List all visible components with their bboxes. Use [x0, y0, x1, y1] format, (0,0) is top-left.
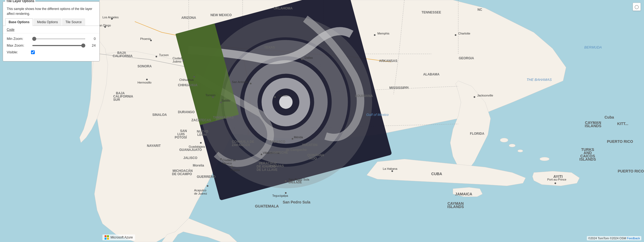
svg-text:YUCATÁN: YUCATÁN [302, 143, 318, 147]
min-zoom-label: Min Zoom: [7, 37, 31, 41]
ms-logo-yellow [107, 238, 109, 240]
svg-text:Chihuahua: Chihuahua [179, 78, 194, 81]
ms-logo-red [105, 235, 106, 237]
svg-text:OKLAHOMA: OKLAHOMA [274, 6, 293, 10]
svg-text:ROO: ROO [309, 157, 317, 160]
svg-text:ISLANDS: ISLANDS [447, 205, 464, 209]
svg-point-20 [455, 34, 456, 36]
attribution-text: ©2024 TomTom ©2024 OSM [588, 237, 626, 240]
svg-text:Gulf of Mexico: Gulf of Mexico [366, 113, 388, 117]
svg-text:SONORA: SONORA [137, 64, 152, 68]
svg-point-67 [285, 180, 287, 182]
svg-text:Juárez: Juárez [173, 60, 182, 63]
svg-text:Memphis: Memphis [377, 32, 390, 35]
min-zoom-slider[interactable] [32, 38, 85, 39]
tab-base-options[interactable]: Base Options [5, 18, 33, 26]
svg-point-51 [200, 142, 202, 144]
svg-text:FLORIDA: FLORIDA [470, 132, 484, 136]
panel-description: This sample shows how the different opti… [3, 2, 99, 18]
svg-text:Saltillo: Saltillo [222, 99, 230, 102]
svg-text:NAYARIT: NAYARIT [147, 144, 161, 148]
svg-text:San Pedro Sula: San Pedro Sula [283, 200, 311, 204]
svg-point-44 [182, 60, 184, 61]
svg-point-71 [391, 170, 393, 172]
svg-point-11 [518, 150, 523, 152]
svg-text:TAMAULIPAS: TAMAULIPAS [213, 116, 234, 119]
tile-layer-options-panel: Tile Layer Options This sample shows how… [3, 1, 100, 61]
svg-text:TENNESSEE: TENNESSEE [422, 11, 441, 14]
svg-text:CALIFORNIA: CALIFORNIA [113, 54, 133, 58]
svg-text:GUATEMALA: GUATEMALA [255, 204, 279, 208]
feedback-link[interactable]: Feedback [627, 237, 640, 240]
min-zoom-value: 0 [88, 37, 96, 41]
max-zoom-row: Max Zoom: 24 [7, 43, 96, 47]
svg-text:TEXAS: TEXAS [264, 46, 275, 49]
svg-text:CHIAPAS: CHIAPAS [270, 164, 284, 168]
svg-text:México: México [222, 162, 232, 165]
svg-text:SUR: SUR [113, 98, 120, 102]
svg-text:ISLANDS: ISLANDS [585, 124, 601, 128]
svg-text:Torreón: Torreón [205, 94, 215, 97]
svg-point-56 [231, 166, 233, 167]
code-tab-row: Code [3, 26, 99, 33]
svg-text:Puebla: Puebla [230, 168, 240, 172]
visible-label: Visible: [7, 50, 31, 54]
microsoft-azure-branding: Microsoft Azure [102, 234, 135, 240]
svg-text:MISSISSIPPI: MISSISSIPPI [389, 86, 408, 90]
svg-text:AYITI: AYITI [553, 174, 563, 179]
svg-text:POTOSÍ: POTOSÍ [175, 135, 187, 139]
svg-text:SINALOA: SINALOA [152, 113, 167, 117]
svg-text:NEW MEXICO: NEW MEXICO [211, 13, 232, 17]
svg-point-26 [474, 96, 475, 98]
svg-text:ALABAMA: ALABAMA [423, 72, 440, 76]
svg-text:Tegucigalpa: Tegucigalpa [272, 194, 288, 197]
max-zoom-value: 24 [88, 43, 96, 47]
svg-text:PUERTO RICO: PUERTO RICO [618, 169, 644, 173]
svg-point-40 [146, 79, 148, 80]
code-tab[interactable]: Code [7, 28, 15, 32]
visible-checkbox[interactable] [31, 50, 35, 54]
svg-text:NC: NC [477, 8, 482, 12]
svg-text:DURANGO: DURANGO [178, 110, 195, 114]
svg-point-12 [540, 157, 549, 161]
svg-text:GUERRERO: GUERRERO [197, 175, 215, 179]
svg-text:ZACATECAS: ZACATECAS [191, 118, 211, 122]
svg-point-53 [220, 158, 222, 160]
svg-text:LOUISIANA: LOUISIANA [355, 94, 373, 98]
svg-text:Dallas: Dallas [305, 56, 313, 59]
svg-text:THE BAHAMAS: THE BAHAMAS [526, 78, 552, 82]
svg-text:Mérida: Mérida [294, 136, 303, 139]
svg-point-30 [250, 83, 252, 84]
svg-text:PUERTO RICO: PUERTO RICO [607, 139, 633, 144]
svg-point-10 [509, 144, 515, 147]
svg-point-60 [261, 154, 262, 155]
max-zoom-slider[interactable] [32, 45, 85, 46]
svg-text:San Antonio: San Antonio [232, 80, 248, 84]
svg-point-58 [292, 138, 293, 140]
svg-text:GUANAJUATO: GUANAJUATO [179, 148, 202, 152]
svg-text:JAMAICA: JAMAICA [455, 192, 472, 196]
svg-text:Cuba: Cuba [605, 115, 614, 119]
tabs-row: Base Options Media Options Tile Source [3, 18, 99, 26]
svg-text:JALISCO: JALISCO [183, 156, 197, 160]
svg-text:La Habana: La Habana [383, 167, 398, 170]
svg-text:Ciudad de: Ciudad de [222, 158, 236, 162]
svg-text:Charlotte: Charlotte [458, 32, 470, 35]
svg-text:ZARAGOZA: ZARAGOZA [232, 143, 250, 147]
panel-body: Min Zoom: 0 Max Zoom: 24 Visible: [3, 33, 99, 61]
svg-text:KITT...: KITT... [617, 122, 628, 126]
zoom-button[interactable]: ◯ [633, 3, 641, 11]
map-attribution: ©2024 TomTom ©2024 OSM Feedback [587, 236, 641, 240]
svg-text:Houston: Houston [278, 94, 289, 97]
svg-text:BELIZE: BELIZE [288, 180, 302, 184]
ms-logo-green [107, 235, 109, 237]
microsoft-logo [105, 235, 109, 240]
svg-text:CUBA: CUBA [431, 172, 442, 176]
microsoft-azure-text: Microsoft Azure [111, 236, 133, 239]
svg-text:GEORGIA: GEORGIA [459, 56, 474, 60]
min-zoom-row: Min Zoom: 0 [7, 37, 96, 41]
tab-tile-source[interactable]: Tile Source [62, 18, 85, 26]
tab-media-options[interactable]: Media Options [33, 18, 61, 26]
svg-text:CAMPECHE: CAMPECHE [270, 151, 288, 154]
svg-text:ARIZONA: ARIZONA [181, 16, 196, 20]
